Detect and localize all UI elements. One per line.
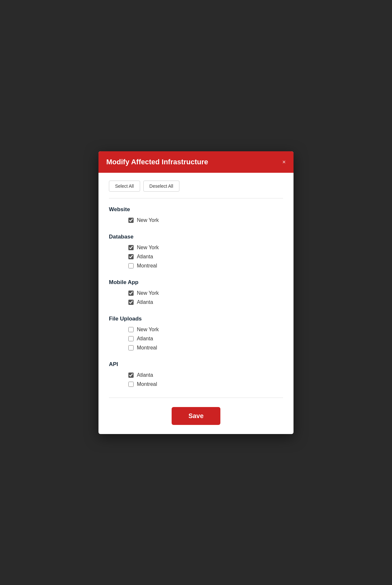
checkbox-item-database-2[interactable]: Montreal (128, 263, 283, 269)
checkbox-database-1[interactable] (128, 254, 134, 259)
modal: Modify Affected Infrastructure × Select … (98, 151, 294, 434)
checkbox-label-file-uploads-2: Montreal (137, 345, 157, 351)
checkbox-item-website-0[interactable]: New York (128, 217, 283, 223)
checkbox-list-database: New YorkAtlantaMontreal (109, 245, 283, 269)
checkbox-label-file-uploads-0: New York (137, 327, 159, 333)
action-buttons: Select All Deselect All (109, 181, 283, 192)
checkbox-database-2[interactable] (128, 263, 134, 268)
checkbox-label-website-0: New York (137, 217, 159, 223)
checkbox-database-0[interactable] (128, 245, 134, 250)
section-title-api: API (109, 361, 283, 368)
modal-body: Select All Deselect All WebsiteNew YorkD… (98, 173, 294, 434)
bottom-divider (109, 398, 283, 398)
close-button[interactable]: × (282, 159, 286, 165)
modal-header: Modify Affected Infrastructure × (98, 151, 294, 173)
checkbox-label-database-2: Montreal (137, 263, 157, 269)
checkbox-label-mobile-app-1: Atlanta (137, 299, 153, 305)
checkbox-label-api-0: Atlanta (137, 372, 153, 378)
section-title-file-uploads: File Uploads (109, 316, 283, 322)
checkbox-item-file-uploads-0[interactable]: New York (128, 327, 283, 333)
checkbox-file-uploads-0[interactable] (128, 327, 134, 332)
checkbox-item-mobile-app-1[interactable]: Atlanta (128, 299, 283, 305)
section-api: APIAtlantaMontreal (109, 361, 283, 387)
checkbox-label-database-0: New York (137, 245, 159, 251)
checkbox-list-api: AtlantaMontreal (109, 372, 283, 387)
sections-container: WebsiteNew YorkDatabaseNew YorkAtlantaMo… (109, 206, 283, 387)
section-website: WebsiteNew York (109, 206, 283, 223)
checkbox-label-database-1: Atlanta (137, 254, 153, 260)
checkbox-list-mobile-app: New YorkAtlanta (109, 290, 283, 305)
checkbox-website-0[interactable] (128, 218, 134, 223)
checkbox-item-file-uploads-2[interactable]: Montreal (128, 345, 283, 351)
checkbox-api-1[interactable] (128, 382, 134, 387)
section-mobile-app: Mobile AppNew YorkAtlanta (109, 279, 283, 305)
checkbox-file-uploads-2[interactable] (128, 345, 134, 350)
checkbox-mobile-app-1[interactable] (128, 300, 134, 305)
checkbox-item-api-0[interactable]: Atlanta (128, 372, 283, 378)
checkbox-api-0[interactable] (128, 373, 134, 378)
section-title-database: Database (109, 234, 283, 240)
checkbox-file-uploads-1[interactable] (128, 336, 134, 341)
checkbox-item-api-1[interactable]: Montreal (128, 381, 283, 387)
checkbox-list-website: New York (109, 217, 283, 223)
checkbox-label-mobile-app-0: New York (137, 290, 159, 296)
checkbox-item-database-1[interactable]: Atlanta (128, 254, 283, 260)
section-database: DatabaseNew YorkAtlantaMontreal (109, 234, 283, 269)
checkbox-item-file-uploads-1[interactable]: Atlanta (128, 336, 283, 342)
section-title-mobile-app: Mobile App (109, 279, 283, 286)
deselect-all-button[interactable]: Deselect All (143, 181, 179, 192)
checkbox-list-file-uploads: New YorkAtlantaMontreal (109, 327, 283, 351)
checkbox-item-mobile-app-0[interactable]: New York (128, 290, 283, 296)
select-all-button[interactable]: Select All (109, 181, 140, 192)
checkbox-label-file-uploads-1: Atlanta (137, 336, 153, 342)
section-file-uploads: File UploadsNew YorkAtlantaMontreal (109, 316, 283, 351)
top-divider (109, 198, 283, 198)
modal-title: Modify Affected Infrastructure (106, 158, 208, 166)
checkbox-mobile-app-0[interactable] (128, 291, 134, 296)
section-title-website: Website (109, 206, 283, 213)
save-area: Save (109, 407, 283, 425)
checkbox-label-api-1: Montreal (137, 381, 157, 387)
checkbox-item-database-0[interactable]: New York (128, 245, 283, 251)
save-button[interactable]: Save (172, 407, 221, 425)
